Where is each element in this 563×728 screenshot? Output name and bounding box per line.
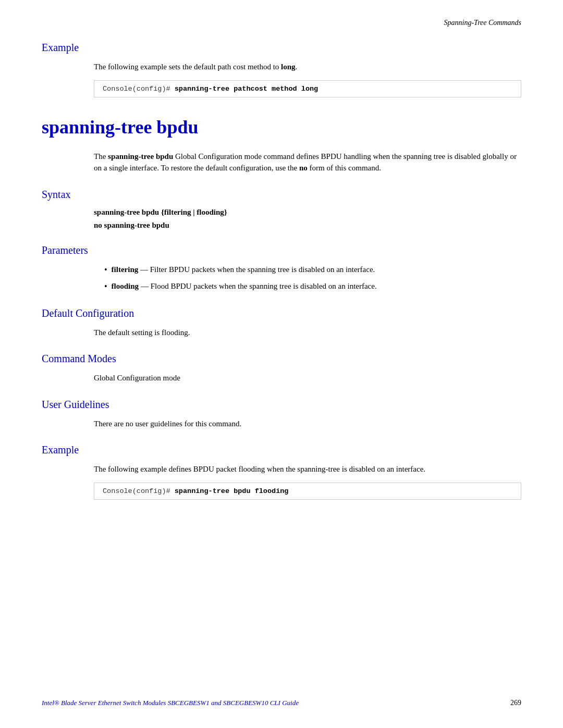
top-example-code: Console(config)# spanning-tree pathcost … (94, 80, 521, 97)
footer: Intel® Blade Server Ethernet Switch Modu… (42, 699, 521, 707)
command-modes-heading: Command Modes (42, 353, 521, 365)
top-example-body: The following example sets the default p… (94, 61, 521, 73)
header-title: Spanning-Tree Commands (444, 19, 521, 27)
user-guidelines-heading: User Guidelines (42, 399, 521, 411)
user-guidelines-text: There are no user guidelines for this co… (94, 418, 521, 430)
syntax-line1: spanning-tree bpdu {filtering | flooding… (94, 208, 521, 217)
param-item-flooding: • flooding — Flood BPDU packets when the… (104, 280, 521, 293)
top-example-section: Example The following example sets the d… (42, 42, 521, 97)
example-heading: Example (42, 444, 521, 456)
parameters-heading: Parameters (42, 244, 521, 256)
default-config-text: The default setting is flooding. (94, 327, 521, 339)
top-example-heading: Example (42, 42, 521, 54)
syntax-heading: Syntax (42, 189, 521, 201)
param-list: • filtering — Filter BPDU packets when t… (104, 264, 521, 293)
syntax-line2: no spanning-tree bpdu (94, 221, 521, 230)
main-content: Example The following example sets the d… (42, 42, 521, 500)
command-modes-text: Global Configuration mode (94, 372, 521, 384)
bullet-flooding: • (104, 280, 107, 293)
footer-link: Intel® Blade Server Ethernet Switch Modu… (42, 699, 299, 707)
bullet-filtering: • (104, 264, 107, 276)
footer-page-number: 269 (510, 699, 521, 707)
command-title: spanning-tree bpdu (42, 116, 521, 138)
example-text: The following example defines BPDU packe… (94, 463, 521, 475)
example-code: Console(config)# spanning-tree bpdu floo… (94, 483, 521, 500)
default-config-heading: Default Configuration (42, 307, 521, 319)
page: Spanning-Tree Commands Example The follo… (0, 0, 563, 728)
param-item-filtering: • filtering — Filter BPDU packets when t… (104, 264, 521, 276)
command-description: The spanning-tree bpdu Global Configurat… (94, 151, 521, 174)
syntax-block: spanning-tree bpdu {filtering | flooding… (94, 208, 521, 230)
